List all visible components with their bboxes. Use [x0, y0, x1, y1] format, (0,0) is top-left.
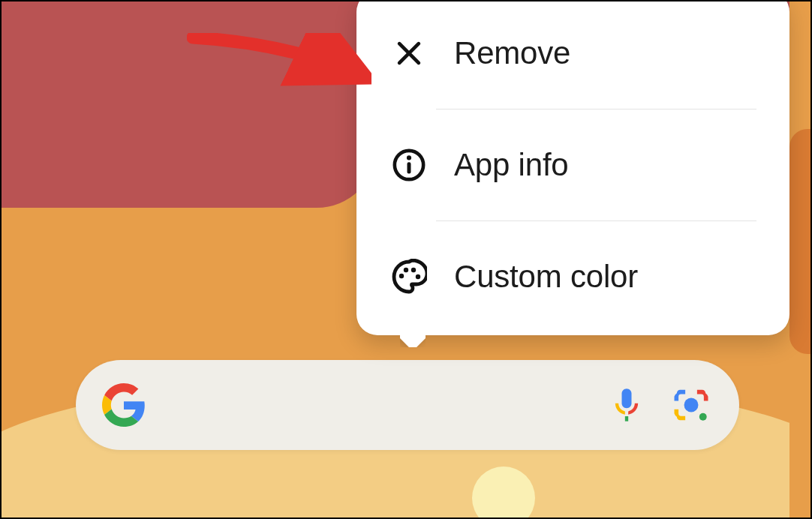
- palette-icon: [391, 259, 427, 295]
- svg-point-0: [684, 398, 699, 412]
- svg-point-7: [411, 268, 416, 272]
- google-search-widget[interactable]: [76, 360, 739, 450]
- mic-icon[interactable]: [604, 382, 649, 428]
- x-icon: [391, 35, 427, 71]
- menu-item-app-info[interactable]: App info: [356, 110, 789, 220]
- widget-context-menu: Remove App info Custom color: [356, 0, 789, 335]
- menu-item-label: Custom color: [454, 259, 638, 295]
- menu-item-label: App info: [454, 147, 569, 183]
- menu-item-custom-color[interactable]: Custom color: [356, 221, 789, 332]
- svg-point-4: [407, 155, 411, 160]
- svg-point-5: [399, 274, 404, 278]
- svg-point-6: [404, 268, 408, 272]
- google-logo-icon: [101, 382, 146, 428]
- menu-item-remove[interactable]: Remove: [356, 0, 789, 109]
- svg-point-8: [416, 274, 420, 279]
- lens-icon[interactable]: [669, 382, 714, 428]
- svg-point-1: [699, 413, 707, 421]
- info-icon: [391, 147, 427, 183]
- menu-item-label: Remove: [454, 35, 570, 71]
- svg-rect-3: [408, 162, 411, 173]
